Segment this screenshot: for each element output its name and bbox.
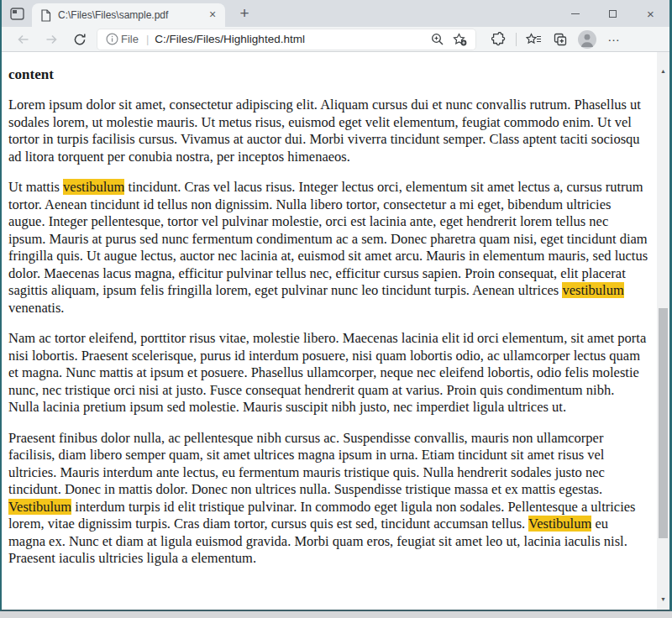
text-segment: tincidunt. Cras vel lacus risus. Integer… bbox=[8, 179, 648, 298]
paragraph: Ut mattis vestibulum tincidunt. Cras vel… bbox=[8, 179, 648, 317]
scroll-down-icon[interactable]: ▼ bbox=[657, 595, 669, 604]
browser-window: C:\Files\Files\sample.pdf × + × bbox=[0, 0, 672, 611]
tab-actions-menu-button[interactable] bbox=[2, 0, 32, 27]
page-info-button[interactable] bbox=[102, 33, 121, 45]
paragraph: Nam ac tortor eleifend, porttitor risus … bbox=[8, 330, 648, 416]
close-icon: × bbox=[647, 8, 654, 20]
refresh-button[interactable] bbox=[66, 28, 94, 51]
add-favorite-button[interactable] bbox=[449, 30, 470, 49]
forward-arrow-icon bbox=[45, 33, 59, 46]
favorites-star-icon bbox=[526, 33, 542, 46]
highlighted-term: vestibulum bbox=[562, 282, 623, 298]
minimize-icon bbox=[571, 13, 580, 14]
navigation-toolbar: File | C:/Files/Files/Highlighted.html bbox=[2, 27, 669, 52]
highlighted-term: Vestibulum bbox=[528, 516, 591, 532]
profile-button[interactable] bbox=[574, 28, 601, 51]
url-scheme-label: File bbox=[121, 33, 139, 45]
favorites-button[interactable] bbox=[520, 28, 547, 51]
scroll-up-icon[interactable]: ▲ bbox=[657, 67, 669, 76]
zoom-magnifier-icon bbox=[431, 33, 444, 46]
paragraph: Lorem ipsum dolor sit amet, consectetur … bbox=[8, 97, 648, 165]
toolbar-right-group: … bbox=[486, 28, 627, 51]
new-tab-button[interactable]: + bbox=[232, 2, 257, 25]
tab-title: C:\Files\Files\sample.pdf bbox=[58, 9, 198, 21]
scrollbar-thumb[interactable] bbox=[659, 308, 668, 538]
highlighted-term: vestibulum bbox=[63, 179, 124, 195]
url-text[interactable]: C:/Files/Files/Highlighted.html bbox=[155, 33, 427, 45]
refresh-icon bbox=[73, 33, 87, 46]
collections-icon bbox=[553, 32, 568, 47]
person-icon bbox=[578, 30, 596, 49]
text-segment: Praesent finibus dolor nulla, ac pellent… bbox=[8, 430, 605, 498]
extensions-button[interactable] bbox=[486, 28, 512, 51]
tab-strip: C:\Files\Files\sample.pdf × + × bbox=[2, 0, 669, 27]
maximize-button[interactable] bbox=[594, 0, 632, 27]
info-icon bbox=[106, 33, 118, 45]
ellipsis-icon: … bbox=[607, 29, 621, 49]
maximize-icon bbox=[609, 10, 617, 18]
extensions-icon bbox=[491, 32, 507, 47]
close-window-button[interactable]: × bbox=[632, 0, 669, 27]
avatar bbox=[578, 30, 596, 49]
vertical-scrollbar[interactable]: ▲ ▼ bbox=[657, 52, 669, 610]
tab-actions-icon bbox=[10, 8, 24, 20]
text-segment: venenatis. bbox=[8, 300, 64, 316]
toolbar-divider bbox=[516, 33, 517, 46]
url-separator: | bbox=[146, 33, 149, 45]
text-segment: Nam ac tortor eleifend, porttitor risus … bbox=[8, 330, 646, 415]
tab-close-icon[interactable]: × bbox=[205, 8, 220, 23]
back-button[interactable] bbox=[8, 28, 37, 51]
star-add-icon bbox=[453, 33, 467, 46]
highlighted-term: Vestibulum bbox=[8, 499, 71, 515]
page-title: content bbox=[8, 66, 648, 83]
settings-menu-button[interactable]: … bbox=[601, 28, 627, 51]
document-icon bbox=[40, 9, 51, 22]
collections-button[interactable] bbox=[547, 28, 574, 51]
browser-tab[interactable]: C:\Files\Files\sample.pdf × bbox=[32, 3, 225, 27]
paragraph: Praesent finibus dolor nulla, ac pellent… bbox=[8, 430, 648, 568]
minimize-button[interactable] bbox=[556, 0, 594, 27]
address-bar[interactable]: File | C:/Files/Files/Highlighted.html bbox=[97, 29, 475, 50]
text-segment: Ut mattis bbox=[8, 179, 63, 195]
back-arrow-icon bbox=[16, 33, 30, 46]
text-segment: Lorem ipsum dolor sit amet, consectetur … bbox=[8, 97, 641, 165]
article: content Lorem ipsum dolor sit amet, cons… bbox=[2, 52, 650, 581]
zoom-button[interactable] bbox=[427, 30, 449, 49]
page-content-area: content Lorem ipsum dolor sit amet, cons… bbox=[2, 52, 669, 610]
forward-button[interactable] bbox=[37, 28, 66, 51]
